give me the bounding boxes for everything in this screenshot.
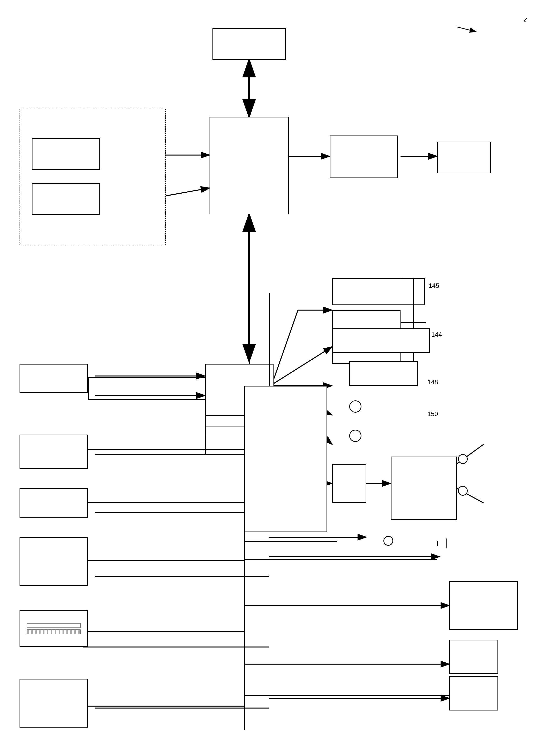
expresscard-box bbox=[19, 364, 88, 393]
memory1-box bbox=[32, 138, 100, 170]
camera-icon bbox=[349, 430, 362, 442]
boot-rom-box bbox=[449, 676, 498, 711]
ir-receiver-icon bbox=[349, 400, 362, 413]
bluetooth-box bbox=[349, 361, 418, 386]
ref-145: 145 bbox=[429, 282, 439, 289]
internal-hd-box bbox=[19, 537, 88, 586]
display-box bbox=[437, 142, 491, 173]
efi-boot-box bbox=[19, 488, 88, 518]
ref-148: 148 bbox=[427, 379, 438, 386]
usb-storage-box bbox=[332, 278, 425, 305]
keyboard-box bbox=[332, 328, 430, 353]
south-bridge-box bbox=[244, 386, 327, 532]
speaker-icon bbox=[437, 538, 447, 548]
system-title: ↙ bbox=[523, 13, 536, 23]
processor-box bbox=[212, 28, 286, 60]
optical-digital-icon bbox=[458, 486, 468, 496]
tpm-box bbox=[449, 640, 498, 674]
audio-circuitry-box bbox=[391, 457, 457, 520]
wireless-box bbox=[19, 434, 88, 469]
svg-line-36 bbox=[457, 27, 476, 32]
audio-line-in-icon bbox=[458, 454, 468, 464]
optical-drive-box bbox=[19, 610, 88, 647]
ref-ir: 150 bbox=[427, 410, 438, 418]
svg-line-10 bbox=[274, 347, 332, 383]
north-bridge-box bbox=[209, 117, 289, 214]
svg-line-14 bbox=[274, 310, 298, 379]
memory2-box bbox=[32, 183, 100, 215]
ethernet-box bbox=[449, 581, 518, 630]
hd-interface-box bbox=[332, 464, 366, 503]
mic-icon bbox=[383, 536, 393, 546]
graphics-box bbox=[330, 136, 398, 178]
system-memory-box bbox=[19, 109, 166, 245]
legacy-io-box bbox=[19, 679, 88, 728]
ref-144: 144 bbox=[431, 331, 442, 338]
